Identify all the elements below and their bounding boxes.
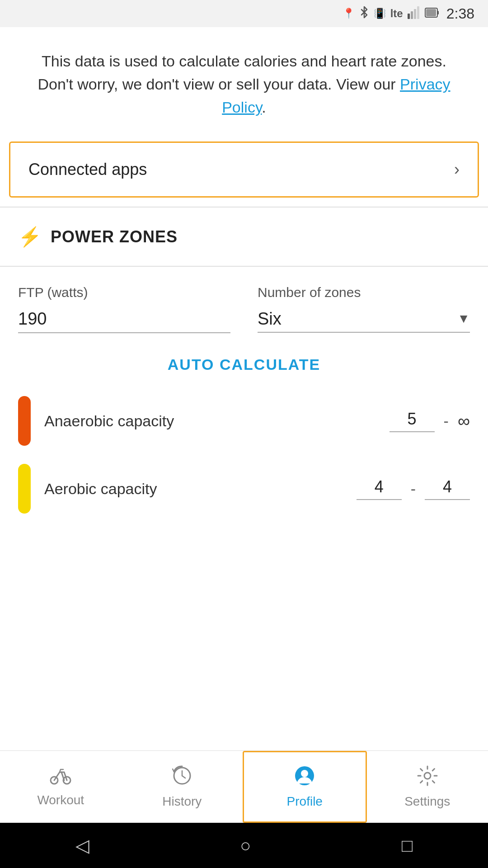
privacy-period: . [262,99,266,116]
ftp-zones-row: FTP (watts) Number of zones Six Five Sev… [0,276,488,342]
chevron-right-icon: › [454,160,460,179]
profile-icon [294,765,315,791]
svg-point-11 [301,770,308,777]
back-button[interactable]: ◁ [75,835,89,856]
signal-icon [408,6,420,21]
anaerobic-values: - ∞ [389,410,470,432]
zone-row-aerobic: Aerobic capacity - [0,455,488,523]
android-nav-bar: ◁ ○ □ [0,823,488,868]
workout-icon [50,767,71,789]
zones-select-wrapper: Six Five Seven ▼ [258,309,470,333]
svg-rect-0 [408,14,410,19]
bluetooth-icon [359,6,369,21]
ftp-input[interactable] [18,309,230,333]
zones-count-label: Number of zones [258,285,470,300]
lte-indicator: lte [390,7,403,20]
aerobic-color-bar [18,464,31,514]
nav-item-workout[interactable]: Workout [0,751,122,823]
home-button[interactable]: ○ [240,835,251,856]
zones-divider [0,266,488,267]
nav-item-settings[interactable]: Settings [367,751,488,823]
settings-label: Settings [404,794,450,809]
zone-row-anaerobic: Anaerobic capacity - ∞ [0,387,488,455]
section-divider [0,207,488,208]
recents-button[interactable]: □ [402,835,413,856]
svg-rect-5 [437,11,439,14]
anaerobic-min-input[interactable] [389,410,435,432]
dropdown-arrow-icon: ▼ [457,311,470,326]
history-label: History [162,794,202,809]
profile-label: Profile [287,794,323,809]
power-zones-header: ⚡ Power Zones [0,217,488,257]
privacy-text: This data is used to calculate calories … [38,52,446,93]
ftp-label: FTP (watts) [18,285,230,300]
status-icons: 📍 📳 lte [343,6,439,21]
aerobic-max-input[interactable] [425,477,470,500]
history-icon [172,765,192,791]
aerobic-label: Aerobic capacity [44,480,343,498]
anaerobic-max: ∞ [458,411,470,431]
zones-count-group: Number of zones Six Five Seven ▼ [258,285,470,333]
connected-apps-button[interactable]: Connected apps › [9,142,479,198]
svg-rect-1 [411,11,413,19]
svg-rect-6 [426,9,436,16]
zones-select[interactable]: Six Five Seven [258,309,457,328]
anaerobic-label: Anaerobic capacity [44,412,376,430]
status-bar: 📍 📳 lte 2:38 [0,0,488,27]
svg-rect-2 [414,9,416,19]
aerobic-values: - [357,477,470,500]
power-zones-title: Power Zones [51,227,178,246]
aerobic-separator: - [411,480,416,498]
ftp-group: FTP (watts) [18,285,230,333]
clock: 2:38 [446,5,474,22]
anaerobic-color-bar [18,396,31,446]
bottom-nav: Workout History Profile [0,750,488,823]
workout-label: Workout [37,793,84,807]
auto-calculate-button[interactable]: AUTO CALCULATE [0,342,488,387]
svg-point-12 [424,773,431,779]
anaerobic-separator: - [444,412,449,430]
svg-rect-3 [417,6,419,19]
aerobic-min-input[interactable] [357,477,402,500]
nav-item-history[interactable]: History [122,751,243,823]
nav-item-profile[interactable]: Profile [243,751,367,823]
lightning-icon: ⚡ [18,226,42,248]
vibrate-icon: 📳 [374,8,386,19]
battery-icon [425,8,439,19]
location-icon: 📍 [343,8,355,19]
main-content: This data is used to calculate calories … [0,27,488,750]
connected-apps-label: Connected apps [28,160,147,179]
privacy-notice: This data is used to calculate calories … [0,27,488,137]
settings-icon [417,765,438,791]
